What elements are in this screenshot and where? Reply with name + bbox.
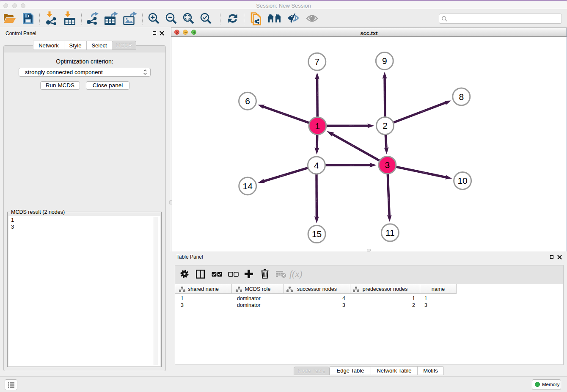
- svg-text:8: 8: [459, 92, 464, 102]
- svg-text:9: 9: [382, 56, 387, 66]
- svg-text:2: 2: [383, 121, 388, 130]
- svg-text:7: 7: [314, 57, 319, 66]
- svg-text:1: 1: [315, 121, 320, 131]
- svg-text:4: 4: [314, 160, 319, 170]
- svg-text:14: 14: [243, 181, 253, 191]
- svg-text:11: 11: [385, 228, 395, 237]
- svg-text:15: 15: [312, 229, 322, 239]
- svg-text:6: 6: [245, 96, 250, 106]
- svg-text:3: 3: [385, 160, 390, 170]
- svg-text:10: 10: [457, 176, 467, 185]
